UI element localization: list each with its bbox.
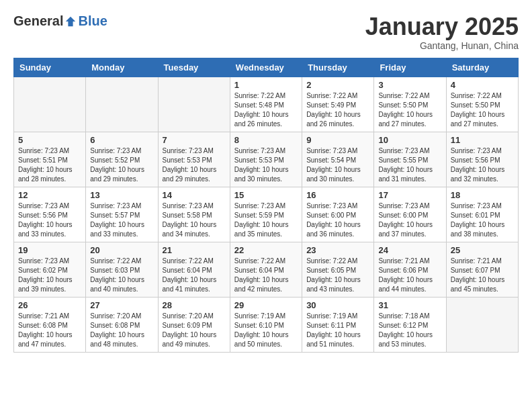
day-number: 20 [90,245,153,255]
day-info: Sunrise: 7:18 AM Sunset: 6:12 PM Dayligh… [378,312,441,349]
day-number: 28 [163,300,226,310]
day-info: Sunrise: 7:22 AM Sunset: 5:50 PM Dayligh… [451,91,514,129]
calendar-table: SundayMondayTuesdayWednesdayThursdayFrid… [13,58,519,353]
day-info: Sunrise: 7:22 AM Sunset: 6:03 PM Dayligh… [90,257,153,294]
day-number: 30 [306,300,369,310]
calendar-cell: 20Sunrise: 7:22 AM Sunset: 6:03 PM Dayli… [86,242,158,297]
day-number: 15 [234,190,298,200]
logo: General Blue [13,13,107,29]
calendar-cell: 25Sunrise: 7:21 AM Sunset: 6:07 PM Dayli… [446,242,518,297]
logo-general: General [13,13,63,29]
day-info: Sunrise: 7:22 AM Sunset: 6:04 PM Dayligh… [234,257,298,294]
day-info: Sunrise: 7:23 AM Sunset: 5:51 PM Dayligh… [18,146,81,184]
day-info: Sunrise: 7:23 AM Sunset: 6:01 PM Dayligh… [451,201,514,239]
calendar-cell: 8Sunrise: 7:23 AM Sunset: 5:53 PM Daylig… [230,132,302,187]
day-number: 23 [306,245,369,255]
day-number: 25 [451,245,514,255]
calendar-cell: 15Sunrise: 7:23 AM Sunset: 5:59 PM Dayli… [230,187,302,242]
weekday-header-wednesday: Wednesday [230,58,302,77]
day-info: Sunrise: 7:23 AM Sunset: 6:02 PM Dayligh… [18,257,81,294]
day-number: 4 [451,80,514,90]
day-info: Sunrise: 7:22 AM Sunset: 5:50 PM Dayligh… [378,91,441,129]
day-number: 1 [234,80,298,90]
day-info: Sunrise: 7:23 AM Sunset: 5:57 PM Dayligh… [90,201,153,239]
day-number: 9 [306,135,369,145]
day-number: 7 [163,135,226,145]
calendar-cell: 17Sunrise: 7:23 AM Sunset: 6:00 PM Dayli… [374,187,446,242]
day-number: 10 [378,135,441,145]
calendar-cell: 19Sunrise: 7:23 AM Sunset: 6:02 PM Dayli… [14,242,86,297]
location: Gantang, Hunan, China [365,40,519,51]
page-header: General Blue January 2025 Gantang, Hunan… [13,13,519,51]
weekday-header-sunday: Sunday [14,58,86,77]
weekday-header-saturday: Saturday [446,58,518,77]
day-info: Sunrise: 7:21 AM Sunset: 6:06 PM Dayligh… [378,257,441,294]
day-number: 13 [90,190,153,200]
calendar-cell: 1Sunrise: 7:22 AM Sunset: 5:48 PM Daylig… [230,77,302,132]
day-number: 27 [90,300,153,310]
calendar-cell: 31Sunrise: 7:18 AM Sunset: 6:12 PM Dayli… [374,297,446,352]
day-info: Sunrise: 7:21 AM Sunset: 6:08 PM Dayligh… [18,312,81,349]
month-year: January 2025 [365,13,519,40]
day-info: Sunrise: 7:23 AM Sunset: 5:56 PM Dayligh… [18,201,81,239]
day-info: Sunrise: 7:20 AM Sunset: 6:08 PM Dayligh… [90,312,153,349]
day-info: Sunrise: 7:22 AM Sunset: 6:05 PM Dayligh… [306,257,369,294]
calendar-cell: 3Sunrise: 7:22 AM Sunset: 5:50 PM Daylig… [374,77,446,132]
calendar-cell: 29Sunrise: 7:19 AM Sunset: 6:10 PM Dayli… [230,297,302,352]
calendar-cell: 11Sunrise: 7:23 AM Sunset: 5:56 PM Dayli… [446,132,518,187]
day-info: Sunrise: 7:22 AM Sunset: 5:48 PM Dayligh… [234,91,298,129]
logo-blue: Blue [78,13,107,29]
day-number: 2 [306,80,369,90]
day-info: Sunrise: 7:23 AM Sunset: 5:52 PM Dayligh… [90,146,153,184]
day-number: 21 [163,245,226,255]
calendar-cell: 7Sunrise: 7:23 AM Sunset: 5:53 PM Daylig… [158,132,230,187]
calendar-cell [14,77,86,132]
day-number: 17 [378,190,441,200]
calendar-cell: 13Sunrise: 7:23 AM Sunset: 5:57 PM Dayli… [86,187,158,242]
calendar-cell: 14Sunrise: 7:23 AM Sunset: 5:58 PM Dayli… [158,187,230,242]
week-row-1: 1Sunrise: 7:22 AM Sunset: 5:48 PM Daylig… [14,77,519,132]
calendar-cell: 6Sunrise: 7:23 AM Sunset: 5:52 PM Daylig… [86,132,158,187]
calendar-cell: 10Sunrise: 7:23 AM Sunset: 5:55 PM Dayli… [374,132,446,187]
week-row-3: 12Sunrise: 7:23 AM Sunset: 5:56 PM Dayli… [14,187,519,242]
weekday-header-row: SundayMondayTuesdayWednesdayThursdayFrid… [14,58,519,77]
day-info: Sunrise: 7:23 AM Sunset: 5:54 PM Dayligh… [306,146,369,184]
svg-marker-0 [66,16,75,26]
calendar-cell: 4Sunrise: 7:22 AM Sunset: 5:50 PM Daylig… [446,77,518,132]
day-info: Sunrise: 7:22 AM Sunset: 5:49 PM Dayligh… [306,91,369,129]
day-number: 16 [306,190,369,200]
day-info: Sunrise: 7:23 AM Sunset: 5:53 PM Dayligh… [163,146,226,184]
logo-icon [64,15,77,28]
week-row-2: 5Sunrise: 7:23 AM Sunset: 5:51 PM Daylig… [14,132,519,187]
title-block: January 2025 Gantang, Hunan, China [365,13,519,51]
calendar-cell: 26Sunrise: 7:21 AM Sunset: 6:08 PM Dayli… [14,297,86,352]
day-number: 3 [378,80,441,90]
day-info: Sunrise: 7:19 AM Sunset: 6:10 PM Dayligh… [234,312,298,349]
day-info: Sunrise: 7:22 AM Sunset: 6:04 PM Dayligh… [163,257,226,294]
day-number: 14 [163,190,226,200]
calendar-cell [158,77,230,132]
day-number: 6 [90,135,153,145]
day-info: Sunrise: 7:23 AM Sunset: 5:58 PM Dayligh… [163,201,226,239]
day-number: 5 [18,135,81,145]
week-row-5: 26Sunrise: 7:21 AM Sunset: 6:08 PM Dayli… [14,297,519,352]
week-row-4: 19Sunrise: 7:23 AM Sunset: 6:02 PM Dayli… [14,242,519,297]
day-info: Sunrise: 7:23 AM Sunset: 5:56 PM Dayligh… [451,146,514,184]
day-number: 22 [234,245,298,255]
day-info: Sunrise: 7:23 AM Sunset: 5:55 PM Dayligh… [378,146,441,184]
day-number: 18 [451,190,514,200]
day-number: 31 [378,300,441,310]
day-info: Sunrise: 7:19 AM Sunset: 6:11 PM Dayligh… [306,312,369,349]
day-info: Sunrise: 7:23 AM Sunset: 5:53 PM Dayligh… [234,146,298,184]
calendar-cell: 22Sunrise: 7:22 AM Sunset: 6:04 PM Dayli… [230,242,302,297]
day-number: 19 [18,245,81,255]
day-info: Sunrise: 7:23 AM Sunset: 6:00 PM Dayligh… [306,201,369,239]
calendar-cell: 28Sunrise: 7:20 AM Sunset: 6:09 PM Dayli… [158,297,230,352]
calendar-cell [446,297,518,352]
weekday-header-friday: Friday [374,58,446,77]
weekday-header-tuesday: Tuesday [158,58,230,77]
calendar-cell: 16Sunrise: 7:23 AM Sunset: 6:00 PM Dayli… [302,187,374,242]
day-info: Sunrise: 7:21 AM Sunset: 6:07 PM Dayligh… [451,257,514,294]
day-info: Sunrise: 7:20 AM Sunset: 6:09 PM Dayligh… [163,312,226,349]
day-number: 11 [451,135,514,145]
